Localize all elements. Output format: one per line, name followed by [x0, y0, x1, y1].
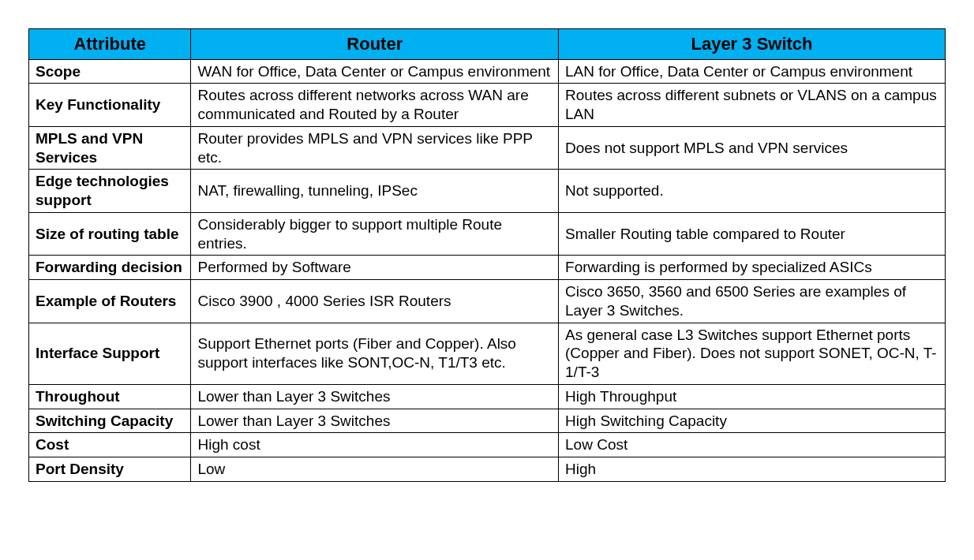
cell-router: Cisco 3900 , 4000 Series ISR Routers [191, 280, 559, 323]
table-row: Switching Capacity Lower than Layer 3 Sw… [29, 409, 946, 433]
header-attribute: Attribute [29, 29, 191, 60]
cell-switch: Cisco 3650, 3560 and 6500 Series are exa… [559, 280, 946, 323]
cell-router: High cost [191, 433, 559, 457]
cell-switch: Routes across different subnets or VLANS… [559, 84, 946, 127]
cell-switch: Smaller Routing table compared to Router [559, 212, 946, 256]
cell-router: Lower than Layer 3 Switches [191, 384, 559, 409]
cell-router: Performed by Software [191, 256, 559, 280]
cell-router: Support Ethernet ports (Fiber and Copper… [191, 323, 559, 384]
cell-switch: High Throughput [559, 384, 946, 409]
cell-attribute: Switching Capacity [29, 409, 191, 433]
cell-router: Low [191, 457, 559, 482]
header-switch: Layer 3 Switch [559, 29, 946, 60]
cell-switch: Low Cost [559, 433, 946, 457]
cell-router: Considerably bigger to support multiple … [191, 212, 559, 256]
cell-switch: Not supported. [559, 170, 946, 213]
cell-attribute: Port Density [29, 457, 191, 482]
cell-router: Routes across different networks across … [191, 84, 559, 127]
cell-router: NAT, firewalling, tunneling, IPSec [191, 170, 559, 213]
table-row: Throughout Lower than Layer 3 Switches H… [29, 384, 946, 409]
cell-switch: Does not support MPLS and VPN services [559, 126, 946, 170]
table-row: Interface Support Support Ethernet ports… [29, 323, 946, 384]
cell-router: Router provides MPLS and VPN services li… [191, 126, 559, 170]
table-row: Cost High cost Low Cost [29, 433, 946, 457]
cell-switch: As general case L3 Switches support Ethe… [559, 323, 946, 384]
cell-attribute: Cost [29, 433, 191, 457]
cell-attribute: Example of Routers [29, 280, 191, 323]
cell-attribute: Forwarding decision [29, 256, 191, 280]
cell-router: Lower than Layer 3 Switches [191, 409, 559, 433]
cell-attribute: Key Functionality [29, 84, 191, 127]
cell-attribute: Edge technologies support [29, 170, 191, 213]
cell-switch: High [559, 457, 946, 482]
table-header-row: Attribute Router Layer 3 Switch [29, 29, 946, 60]
table-row: Example of Routers Cisco 3900 , 4000 Ser… [29, 280, 946, 323]
cell-attribute: Interface Support [29, 323, 191, 384]
cell-attribute: Scope [29, 59, 191, 84]
cell-attribute: Throughout [29, 384, 191, 409]
cell-switch: Forwarding is performed by specialized A… [559, 256, 946, 280]
comparison-table: Attribute Router Layer 3 Switch Scope WA… [28, 28, 946, 482]
table-row: Size of routing table Considerably bigge… [29, 212, 946, 256]
table-row: Key Functionality Routes across differen… [29, 84, 946, 127]
cell-switch: High Switching Capacity [559, 409, 946, 433]
cell-attribute: MPLS and VPN Services [29, 126, 191, 170]
header-router: Router [191, 29, 559, 60]
cell-switch: LAN for Office, Data Center or Campus en… [559, 59, 946, 84]
table-row: MPLS and VPN Services Router provides MP… [29, 126, 946, 170]
table-row: Forwarding decision Performed by Softwar… [29, 256, 946, 280]
cell-attribute: Size of routing table [29, 212, 191, 256]
cell-router: WAN for Office, Data Center or Campus en… [191, 59, 559, 84]
table-row: Scope WAN for Office, Data Center or Cam… [29, 59, 946, 84]
table-row: Edge technologies support NAT, firewalli… [29, 170, 946, 213]
table-row: Port Density Low High [29, 457, 946, 482]
